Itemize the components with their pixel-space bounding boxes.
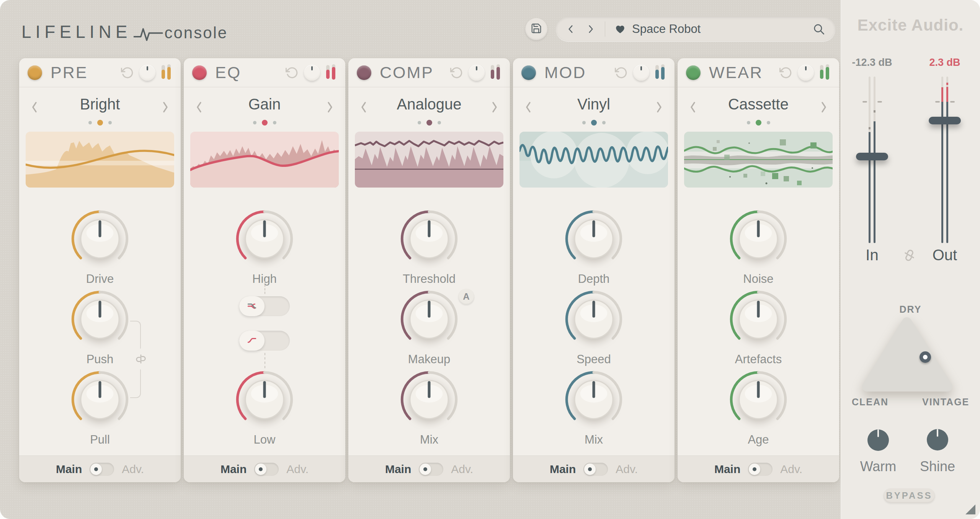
comp-page-dots[interactable] — [348, 120, 510, 126]
module-comp: COMP Analogue — [348, 58, 510, 482]
next-preset-button[interactable] — [586, 24, 596, 34]
mod-footer: Main Adv. — [513, 455, 675, 482]
output-fader-handle[interactable] — [929, 117, 961, 124]
threshold-label: Threshold — [403, 272, 456, 286]
warm-knob[interactable] — [867, 429, 890, 452]
high-filter-type-toggle[interactable] — [239, 296, 290, 316]
previous-preset-button[interactable] — [566, 24, 576, 34]
drive-label: Drive — [86, 272, 114, 286]
pad-vintage-label: VINTAGE — [922, 397, 969, 408]
module-eq: EQ Gain — [184, 58, 345, 482]
eq-reset-button[interactable] — [286, 66, 299, 79]
bypass-button[interactable]: BYPASS — [884, 488, 935, 503]
wear-reset-button[interactable] — [779, 66, 792, 79]
artefacts-knob[interactable] — [729, 290, 788, 350]
adv-label[interactable]: Adv. — [451, 463, 473, 476]
mod-mix-knob[interactable] — [564, 370, 623, 431]
comp-mix-label: Mix — [420, 433, 438, 447]
adv-label[interactable]: Adv. — [286, 463, 309, 476]
eq-preset-name[interactable]: Gain — [184, 96, 345, 113]
mod-header: MOD — [513, 58, 675, 87]
comp-next-chevron[interactable] — [490, 100, 499, 115]
mod-color-dot[interactable] — [521, 65, 536, 80]
mod-preset-name[interactable]: Vinyl — [513, 96, 675, 113]
comp-color-dot[interactable] — [357, 65, 371, 80]
eq-header: EQ — [184, 58, 345, 87]
zero-db-tick — [935, 101, 940, 103]
noise-knob[interactable] — [729, 209, 788, 270]
pre-footer: Main Adv. — [19, 455, 181, 482]
pull-knob[interactable] — [70, 370, 129, 431]
speed-knob[interactable] — [564, 290, 623, 350]
drive-knob[interactable] — [70, 209, 129, 270]
makeup-knob[interactable] — [400, 290, 459, 350]
pre-reset-button[interactable] — [121, 66, 134, 79]
mod-preset-selector: Vinyl — [513, 87, 675, 130]
main-label[interactable]: Main — [56, 463, 82, 476]
main-label[interactable]: Main — [385, 463, 411, 476]
pre-preset-name[interactable]: Bright — [19, 96, 181, 113]
io-link-off-icon[interactable] — [900, 246, 919, 266]
push-knob[interactable] — [70, 290, 129, 350]
wear-amount-knob[interactable] — [798, 65, 814, 81]
wear-header: WEAR — [678, 58, 839, 87]
brand-name: Excite Audio. — [841, 16, 980, 34]
search-icon[interactable] — [812, 23, 825, 36]
main-label[interactable]: Main — [220, 463, 247, 476]
wear-preset-name[interactable]: Cassette — [678, 96, 839, 113]
eq-amount-knob[interactable] — [304, 65, 320, 81]
pre-amount-knob[interactable] — [139, 65, 155, 81]
speed-label: Speed — [577, 353, 611, 366]
low-cut-icon[interactable] — [239, 331, 265, 351]
comp-preset-name[interactable]: Analogue — [348, 96, 510, 113]
comp-amount-knob[interactable] — [469, 65, 485, 81]
pre-visualization — [26, 132, 174, 188]
save-preset-button[interactable] — [525, 18, 547, 40]
main-label[interactable]: Main — [714, 463, 740, 476]
eq-main-adv-toggle[interactable] — [254, 463, 279, 476]
pre-page-dots[interactable] — [19, 120, 181, 126]
mod-next-chevron[interactable] — [655, 100, 664, 115]
age-label: Age — [748, 433, 769, 447]
adv-label[interactable]: Adv. — [616, 463, 638, 476]
wear-page-dots[interactable] — [678, 120, 839, 126]
preset-browser-bar[interactable]: Space Robot — [556, 17, 835, 41]
threshold-knob[interactable] — [400, 209, 459, 270]
eq-next-chevron[interactable] — [325, 100, 335, 115]
shine-knob[interactable] — [926, 428, 949, 451]
pre-next-chevron[interactable] — [161, 100, 170, 115]
mod-page-dots[interactable] — [513, 120, 675, 126]
low-knob[interactable] — [235, 370, 294, 431]
blend-pad-puck[interactable] — [920, 351, 931, 363]
age-knob[interactable] — [729, 370, 788, 431]
low-filter-type-toggle[interactable] — [239, 331, 290, 351]
pre-main-adv-toggle[interactable] — [90, 463, 114, 476]
mod-main-adv-toggle[interactable] — [583, 463, 608, 476]
wear-main-adv-toggle[interactable] — [748, 463, 773, 476]
pad-clean-label: CLEAN — [852, 397, 889, 408]
resize-grip[interactable] — [965, 504, 975, 514]
current-preset-name[interactable]: Space Robot — [632, 22, 701, 36]
comp-reset-button[interactable] — [450, 66, 463, 79]
input-fader[interactable] — [855, 77, 889, 243]
mod-amount-knob[interactable] — [633, 65, 649, 81]
adv-label[interactable]: Adv. — [122, 463, 144, 476]
comp-mix-knob[interactable] — [400, 370, 459, 431]
mod-reset-button[interactable] — [615, 66, 628, 79]
input-fader-handle[interactable] — [856, 153, 888, 160]
wear-color-dot[interactable] — [686, 65, 701, 80]
comp-main-adv-toggle[interactable] — [419, 463, 443, 476]
eq-page-dots[interactable] — [184, 120, 345, 126]
pre-color-dot[interactable] — [28, 65, 42, 80]
high-cut-icon[interactable] — [239, 296, 265, 316]
adv-label[interactable]: Adv. — [780, 463, 802, 476]
main-label[interactable]: Main — [550, 463, 576, 476]
high-knob[interactable] — [235, 209, 294, 270]
favorite-heart-icon[interactable] — [614, 23, 626, 35]
depth-knob[interactable] — [564, 209, 623, 270]
blend-triangle-pad[interactable] — [862, 314, 955, 396]
wear-next-chevron[interactable] — [819, 100, 828, 115]
zero-db-tick — [862, 101, 867, 103]
output-fader[interactable] — [928, 77, 962, 243]
eq-color-dot[interactable] — [192, 65, 207, 80]
